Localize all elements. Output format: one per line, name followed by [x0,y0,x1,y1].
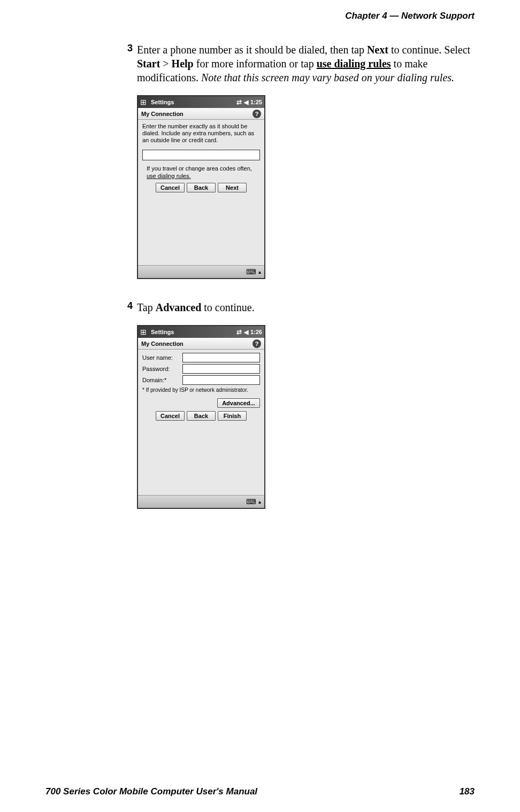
empty-area [138,457,264,495]
network-icon[interactable] [236,328,242,336]
window-title: Settings [151,99,174,105]
start-icon[interactable]: ⊞ [140,98,149,106]
titlebar: ⊞ Settings 1:26 [138,326,264,338]
step-number: 4 [118,300,133,314]
start-icon[interactable]: ⊞ [140,328,149,336]
button-row: Cancel Back Finish [142,411,260,421]
sub-header: My Connection ? [138,338,264,350]
sub-header: My Connection ? [138,108,264,120]
cancel-button[interactable]: Cancel [156,411,185,421]
username-input[interactable] [182,353,260,362]
step-4: 4 Tap Advanced to continue. [118,300,477,314]
titlebar-right: 1:25 [236,98,262,106]
row-domain: Domain:* [142,375,260,385]
titlebar-right: 1:26 [236,328,262,336]
arrow-up-icon[interactable]: ▴ [258,269,261,275]
finish-button[interactable]: Finish [218,411,247,421]
phone-number-input[interactable] [142,150,260,160]
next-button[interactable]: Next [218,183,247,192]
titlebar-left: ⊞ Settings [140,98,174,106]
page-content: 3 Enter a phone number as it should be d… [118,43,477,530]
row-username: User name: [142,353,260,362]
footnote: * If provided by ISP or network administ… [142,387,260,393]
help-icon[interactable]: ? [253,339,261,348]
footer-manual: 700 Series Color Mobile Computer User's … [45,786,257,797]
step-3: 3 Enter a phone number as it should be d… [118,43,477,84]
empty-area [138,227,264,265]
volume-icon[interactable] [244,329,248,336]
step-text: Tap Advanced to continue. [137,300,255,314]
screen-body: Enter the number exactly as it should be… [138,120,264,227]
chapter-title: Network Support [401,11,475,21]
hint-text: If you travel or change area codes often… [142,165,260,180]
domain-input[interactable] [182,375,260,385]
advanced-row: Advanced... [142,398,260,408]
clock: 1:25 [250,99,262,105]
footer-page: 183 [460,786,475,797]
chapter-label: Chapter 4 [345,11,387,21]
bottom-bar: ⌨ ▴ [138,495,264,508]
screen-body: User name: Password: Domain:* * If provi… [138,350,264,457]
titlebar-left: ⊞ Settings [140,328,174,336]
keyboard-icon[interactable]: ⌨ [246,268,256,276]
connection-title: My Connection [141,341,183,347]
header-sep: — [387,11,401,21]
domain-label: Domain:* [142,377,182,383]
titlebar: ⊞ Settings 1:25 [138,96,264,108]
button-row: Cancel Back Next [142,183,260,192]
volume-icon[interactable] [244,99,248,106]
step-text: Enter a phone number as it should be dia… [137,43,477,84]
back-button[interactable]: Back [187,183,216,192]
row-password: Password: [142,364,260,374]
password-input[interactable] [182,364,260,374]
password-label: Password: [142,366,182,372]
back-button[interactable]: Back [187,411,216,421]
screenshot-credentials: ⊞ Settings 1:26 My Connection ? User nam… [137,325,265,509]
arrow-up-icon[interactable]: ▴ [258,499,261,505]
cancel-button[interactable]: Cancel [156,183,185,192]
screenshot-dialing: ⊞ Settings 1:25 My Connection ? Enter th… [137,95,265,279]
page-header: Chapter 4 — Network Support [345,11,475,21]
username-label: User name: [142,354,182,361]
keyboard-icon[interactable]: ⌨ [246,498,256,506]
help-icon[interactable]: ? [253,110,261,118]
bottom-bar: ⌨ ▴ [138,265,264,278]
window-title: Settings [151,329,174,335]
advanced-button[interactable]: Advanced... [217,398,260,408]
clock: 1:26 [250,329,262,335]
step-number: 3 [118,43,133,84]
instruction-text: Enter the number exactly as it should be… [142,123,260,144]
network-icon[interactable] [236,98,242,106]
connection-title: My Connection [141,111,183,117]
dialing-rules-link[interactable]: use dialing rules. [147,173,191,179]
